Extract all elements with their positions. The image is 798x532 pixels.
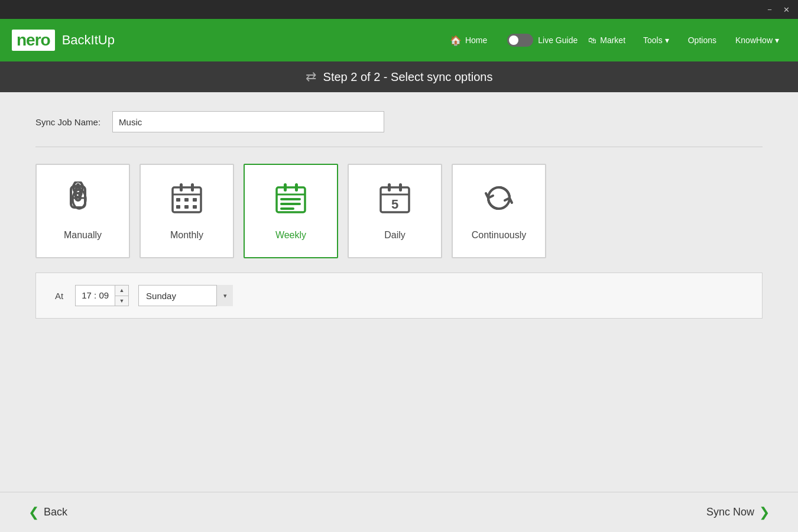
minimize-button[interactable]: −	[763, 2, 777, 17]
footer: ❮ Back Sync Now ❯	[0, 492, 798, 532]
tools-label: Tools	[643, 35, 663, 45]
live-guide-toggle[interactable]	[507, 34, 533, 47]
title-bar: − ✕	[0, 0, 798, 19]
market-label: Market	[600, 35, 625, 45]
logo-area: nero BackItUp	[12, 30, 444, 51]
svg-rect-14	[176, 198, 180, 202]
step-header: ⇄ Step 2 of 2 - Select sync options	[0, 61, 798, 92]
svg-point-4	[73, 184, 76, 188]
manually-label: Manually	[64, 230, 102, 241]
home-label: Home	[465, 35, 487, 45]
monthly-icon	[170, 181, 203, 222]
time-down-button[interactable]: ▼	[115, 296, 128, 307]
logo-product: BackItUp	[62, 33, 115, 48]
svg-text:5: 5	[391, 197, 398, 212]
svg-rect-17	[176, 205, 180, 209]
knowhow-nav-item[interactable]: KnowHow ▾	[728, 33, 786, 47]
options-nav-item[interactable]: Options	[681, 33, 724, 47]
continuously-label: Continuously	[472, 230, 527, 241]
svg-rect-16	[193, 198, 197, 202]
svg-rect-12	[180, 183, 183, 192]
sync-options-group: Manually Monthly	[35, 164, 763, 258]
monthly-label: Monthly	[170, 230, 203, 241]
schedule-panel: At 17 : 09 ▲ ▼ Sunday Monday Tuesday Wed…	[35, 273, 763, 319]
close-button[interactable]: ✕	[779, 2, 793, 17]
sync-icon: ⇄	[306, 69, 316, 85]
time-up-button[interactable]: ▲	[115, 285, 128, 296]
at-label: At	[55, 291, 63, 301]
nav-items: 🏠 Home Live Guide 🛍 Market Tools ▾ Optio…	[444, 33, 786, 48]
logo-nero: nero	[12, 30, 55, 51]
sync-card-weekly[interactable]: Weekly	[244, 164, 338, 258]
svg-rect-26	[280, 207, 294, 210]
svg-rect-24	[280, 198, 301, 200]
knowhow-label: KnowHow	[735, 35, 773, 45]
time-separator: :	[94, 290, 96, 300]
knowhow-chevron-icon: ▾	[775, 35, 779, 45]
tools-chevron-icon: ▾	[665, 35, 669, 45]
svg-rect-18	[184, 205, 189, 209]
market-icon: 🛍	[588, 35, 596, 45]
sync-job-name-input[interactable]	[112, 111, 384, 132]
app-header: nero BackItUp 🏠 Home Live Guide 🛍 Market…	[0, 19, 798, 61]
sync-card-monthly[interactable]: Monthly	[140, 164, 234, 258]
weekly-icon	[274, 181, 307, 222]
weekly-label: Weekly	[275, 230, 306, 241]
options-label: Options	[688, 35, 716, 45]
continuously-icon	[482, 181, 515, 222]
home-nav-item[interactable]: 🏠 Home	[444, 33, 493, 48]
back-label: Back	[44, 506, 67, 518]
time-display: 17 : 09	[76, 286, 115, 306]
minute-value: 09	[99, 290, 109, 300]
sync-card-daily[interactable]: 5 Daily	[348, 164, 442, 258]
sync-now-button[interactable]: Sync Now ❯	[697, 500, 779, 525]
market-nav-item[interactable]: 🛍 Market	[582, 33, 631, 47]
svg-rect-13	[191, 183, 194, 192]
manually-icon	[66, 181, 99, 222]
step-title: Step 2 of 2 - Select sync options	[323, 70, 493, 84]
live-guide-toggle-container: Live Guide	[507, 34, 578, 47]
svg-rect-25	[280, 203, 301, 205]
tools-nav-item[interactable]: Tools ▾	[636, 33, 676, 47]
hour-value: 17	[82, 290, 92, 300]
home-icon: 🏠	[450, 35, 462, 46]
day-select[interactable]: Sunday Monday Tuesday Wednesday Thursday…	[138, 285, 233, 306]
back-button[interactable]: ❮ Back	[19, 500, 77, 525]
day-select-wrapper: Sunday Monday Tuesday Wednesday Thursday…	[138, 285, 233, 306]
svg-point-6	[80, 184, 83, 188]
sync-job-name-row: Sync Job Name:	[35, 111, 763, 132]
daily-label: Daily	[384, 230, 406, 241]
back-arrow-icon: ❮	[28, 505, 39, 520]
live-guide-label: Live Guide	[538, 35, 578, 45]
sync-job-name-label: Sync Job Name:	[35, 117, 100, 127]
svg-rect-22	[284, 183, 287, 192]
main-content: Sync Job Name:	[0, 92, 798, 492]
svg-point-5	[76, 183, 80, 187]
daily-icon: 5	[378, 181, 411, 222]
divider	[35, 147, 763, 147]
svg-rect-15	[184, 198, 189, 202]
forward-arrow-icon: ❯	[759, 505, 770, 520]
svg-rect-30	[399, 183, 402, 192]
time-spinners: ▲ ▼	[115, 285, 128, 306]
time-input-group: 17 : 09 ▲ ▼	[75, 285, 129, 306]
svg-rect-23	[295, 183, 298, 192]
svg-rect-29	[388, 183, 391, 192]
sync-card-manually[interactable]: Manually	[35, 164, 130, 258]
svg-rect-19	[193, 205, 197, 209]
sync-card-continuously[interactable]: Continuously	[452, 164, 546, 258]
sync-now-label: Sync Now	[706, 506, 754, 518]
